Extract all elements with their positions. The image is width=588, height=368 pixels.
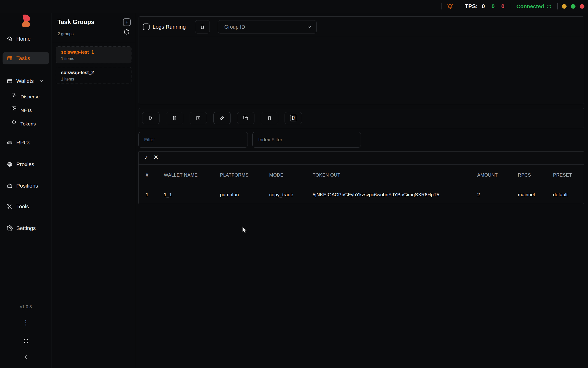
tools-icon bbox=[7, 203, 13, 210]
wallet-icon bbox=[7, 78, 13, 84]
piggy-bank-icon bbox=[11, 119, 17, 125]
sidebar-item-settings[interactable]: Settings bbox=[0, 223, 52, 234]
cell-mode: copy_trade bbox=[269, 192, 293, 198]
group-id-select-value: Group ID bbox=[224, 24, 245, 30]
gear-icon bbox=[7, 225, 13, 231]
window-control-maximize[interactable] bbox=[571, 4, 575, 9]
tps-value-total: 0 bbox=[482, 3, 485, 10]
task-group-card[interactable]: solswap-test_1 1 items bbox=[56, 47, 131, 63]
home-icon bbox=[7, 36, 13, 42]
sidebar-item-label: Wallets bbox=[16, 78, 34, 84]
image-icon bbox=[11, 106, 17, 111]
add-group-button[interactable]: + bbox=[123, 18, 131, 26]
select-all-check-icon[interactable]: ✓ bbox=[144, 154, 149, 161]
sidebar-item-home[interactable]: Home bbox=[0, 33, 52, 44]
column-header: PLATFORMS bbox=[220, 172, 249, 178]
pencil-icon bbox=[219, 115, 225, 121]
column-header: RPCS bbox=[518, 172, 531, 178]
task-groups-panel: Task Groups + 2 groups solswap-test_1 1 … bbox=[52, 13, 135, 368]
sidebar-item-label: RPCs bbox=[16, 140, 30, 146]
cell-rpcs: mainnet bbox=[518, 192, 535, 198]
sidebar-item-rpcs[interactable]: RPCs bbox=[0, 137, 52, 148]
connection-status: Connected bbox=[516, 3, 544, 9]
group-items-count: 1 items bbox=[61, 56, 74, 61]
plus-icon: + bbox=[125, 20, 128, 25]
table-divider bbox=[139, 164, 584, 165]
cell-token-out: 5jNKEfGACPbGFyhYkzsvpc6wobnYJYBoGimqSXR6… bbox=[313, 192, 439, 198]
sidebar-item-label: Home bbox=[16, 36, 31, 42]
trash-icon bbox=[267, 115, 272, 121]
window-control-close[interactable] bbox=[580, 4, 584, 9]
tps-label: TPS: bbox=[465, 3, 478, 10]
chevron-down-icon bbox=[40, 79, 44, 83]
sidebar-item-disperse[interactable]: Disperse bbox=[0, 92, 52, 102]
sidebar-divider bbox=[3, 28, 48, 28]
sidebar-collapse-chevron-icon[interactable] bbox=[24, 355, 28, 359]
topbar-divider bbox=[442, 3, 442, 9]
transfer-arrows-icon bbox=[11, 92, 17, 98]
sidebar-divider bbox=[0, 314, 52, 314]
logs-running-checkbox[interactable] bbox=[143, 24, 150, 30]
sidebar-item-tokens[interactable]: Tokens bbox=[0, 119, 52, 129]
sidebar-item-label: Tasks bbox=[16, 55, 30, 61]
sidebar-item-label: Proxies bbox=[16, 161, 34, 167]
cell-amount: 2 bbox=[477, 192, 480, 198]
delete-task-button[interactable] bbox=[261, 112, 278, 124]
sidebar-item-nfts[interactable]: NFTs bbox=[0, 106, 52, 116]
briefcase-icon bbox=[7, 183, 13, 189]
sidebar-item-label: Positions bbox=[16, 183, 38, 189]
cell-index: 1 bbox=[146, 192, 149, 198]
hard-drive-icon bbox=[7, 140, 13, 146]
edit-task-button[interactable] bbox=[213, 112, 231, 124]
filter-input[interactable] bbox=[138, 132, 248, 148]
pause-task-button[interactable] bbox=[166, 112, 183, 124]
add-task-button[interactable] bbox=[190, 112, 207, 124]
cell-preset: default bbox=[553, 192, 568, 198]
tasks-grid-icon bbox=[7, 55, 13, 61]
column-header: PRESET bbox=[553, 172, 572, 178]
topbar-divider bbox=[557, 3, 558, 9]
group-id-select[interactable]: Group ID bbox=[218, 20, 317, 33]
copy-icon bbox=[243, 115, 249, 121]
alarm-bell-icon[interactable] bbox=[447, 3, 454, 10]
sidebar-item-wallets[interactable]: Wallets bbox=[0, 75, 52, 87]
duplicate-task-button[interactable] bbox=[237, 112, 254, 124]
cell-wallet-name: 1_1 bbox=[164, 192, 172, 198]
top-bar: TPS: 0 0 0 Connected bbox=[0, 0, 588, 13]
tps-value-fail: 0 bbox=[501, 3, 504, 10]
play-icon bbox=[148, 115, 154, 121]
braces-icon: {} bbox=[290, 115, 296, 121]
pause-icon bbox=[172, 115, 177, 121]
kebab-menu-icon[interactable]: ⋮ bbox=[0, 319, 52, 326]
sidebar-item-tools[interactable]: Tools bbox=[0, 201, 52, 212]
group-items-count: 1 items bbox=[61, 77, 74, 82]
edit-json-button[interactable]: {} bbox=[285, 112, 302, 124]
logs-panel: Logs Running Group ID bbox=[139, 16, 584, 104]
window-control-minimize[interactable] bbox=[562, 4, 567, 9]
panel-divider bbox=[139, 37, 584, 37]
start-task-button[interactable] bbox=[142, 112, 160, 124]
clear-logs-button[interactable] bbox=[195, 20, 210, 33]
sidebar-item-positions[interactable]: Positions bbox=[0, 180, 52, 191]
index-filter-input[interactable] bbox=[252, 132, 361, 148]
cell-platforms: pumpfun bbox=[220, 192, 239, 198]
topbar-divider bbox=[459, 3, 459, 9]
theme-sun-icon[interactable] bbox=[23, 338, 29, 344]
deselect-all-icon[interactable]: ✕ bbox=[153, 154, 158, 161]
refresh-groups-button[interactable] bbox=[123, 28, 130, 36]
sidebar-item-label: Tools bbox=[16, 203, 29, 210]
sidebar-item-proxies[interactable]: Proxies bbox=[0, 159, 52, 170]
group-count: 2 groups bbox=[58, 32, 74, 36]
app-logo bbox=[20, 14, 32, 27]
add-square-icon bbox=[195, 115, 201, 121]
sidebar-item-tasks[interactable]: Tasks bbox=[3, 52, 49, 64]
task-groups-title: Task Groups bbox=[57, 18, 94, 26]
task-group-card[interactable]: solswap-test_2 1 items bbox=[56, 67, 131, 84]
tasks-table: ✓ ✕ # WALLET NAME PLATFORMS MODE TOKEN O… bbox=[138, 151, 584, 204]
sidebar-item-label: NFTs bbox=[20, 108, 32, 113]
mouse-cursor bbox=[242, 226, 249, 234]
sidebar-item-label: Tokens bbox=[20, 121, 36, 127]
globe-icon bbox=[7, 161, 13, 167]
main-content: Logs Running Group ID bbox=[135, 13, 588, 368]
task-toolbar: {} bbox=[139, 108, 584, 128]
